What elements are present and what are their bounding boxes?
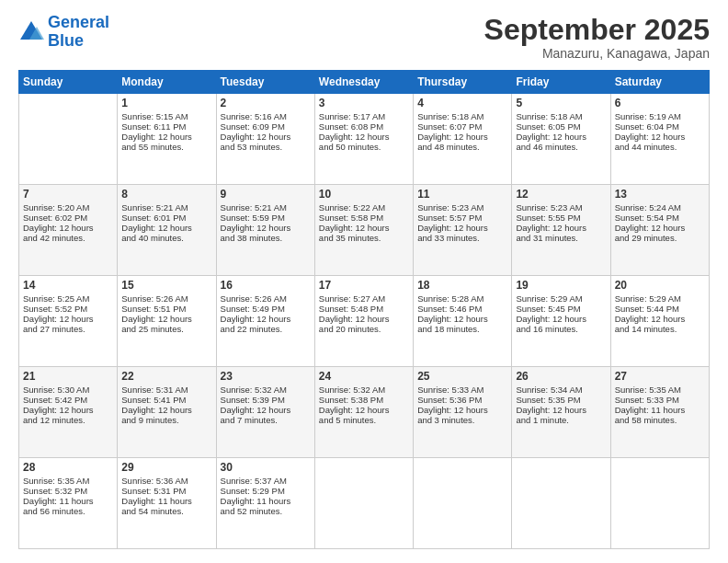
calendar-cell: 9Sunrise: 5:21 AMSunset: 5:59 PMDaylight… (216, 185, 314, 276)
day-info: Sunset: 5:35 PM (516, 395, 606, 405)
calendar-week-1: 7Sunrise: 5:20 AMSunset: 6:02 PMDaylight… (19, 185, 710, 276)
day-info: Sunrise: 5:26 AM (221, 293, 311, 304)
day-info: Sunrise: 5:28 AM (417, 293, 507, 304)
calendar-table: SundayMondayTuesdayWednesdayThursdayFrid… (18, 70, 710, 549)
calendar-cell: 27Sunrise: 5:35 AMSunset: 5:33 PMDayligh… (610, 367, 709, 458)
calendar-cell: 2Sunrise: 5:16 AMSunset: 6:09 PMDaylight… (216, 94, 314, 185)
day-info: Sunset: 5:49 PM (221, 304, 311, 314)
day-number: 13 (615, 188, 705, 201)
calendar-cell: 28Sunrise: 5:35 AMSunset: 5:32 PMDayligh… (19, 458, 118, 549)
day-info: Daylight: 12 hours (23, 405, 113, 415)
calendar-header-tuesday: Tuesday (216, 71, 314, 94)
day-info: Daylight: 11 hours (121, 496, 211, 506)
day-info: Sunrise: 5:18 AM (417, 111, 507, 121)
day-info: Sunrise: 5:17 AM (319, 111, 409, 121)
day-info: Daylight: 12 hours (319, 223, 409, 233)
logo-text: General Blue (48, 14, 109, 51)
day-number: 27 (615, 370, 705, 383)
day-number: 20 (615, 279, 705, 292)
day-info: Sunset: 5:38 PM (319, 395, 409, 405)
calendar-cell (512, 458, 610, 549)
day-number: 28 (23, 461, 113, 474)
calendar-cell: 8Sunrise: 5:21 AMSunset: 6:01 PMDaylight… (118, 185, 216, 276)
day-info: and 50 minutes. (319, 142, 409, 152)
calendar-cell: 25Sunrise: 5:33 AMSunset: 5:36 PMDayligh… (414, 367, 512, 458)
day-info: and 16 minutes. (516, 324, 606, 334)
day-info: Daylight: 11 hours (221, 496, 311, 506)
day-info: and 12 minutes. (23, 415, 113, 425)
day-info: Sunrise: 5:35 AM (615, 385, 705, 395)
day-number: 17 (319, 279, 409, 292)
day-number: 19 (516, 279, 606, 292)
day-info: Sunrise: 5:37 AM (221, 476, 311, 486)
day-info: and 44 minutes. (615, 142, 705, 152)
day-number: 7 (23, 188, 113, 201)
calendar-header-row: SundayMondayTuesdayWednesdayThursdayFrid… (19, 71, 710, 94)
day-info: Sunrise: 5:33 AM (417, 385, 507, 395)
day-number: 4 (417, 97, 507, 109)
day-info: Sunset: 6:07 PM (417, 121, 507, 132)
day-info: Sunrise: 5:21 AM (121, 202, 211, 213)
day-info: and 22 minutes. (221, 324, 311, 334)
day-number: 11 (417, 188, 507, 201)
day-info: Sunrise: 5:31 AM (121, 385, 211, 395)
day-info: Daylight: 12 hours (121, 405, 211, 415)
day-info: Sunrise: 5:32 AM (319, 385, 409, 395)
calendar-cell: 21Sunrise: 5:30 AMSunset: 5:42 PMDayligh… (19, 367, 118, 458)
day-info: Sunset: 5:59 PM (221, 213, 311, 223)
day-info: Daylight: 12 hours (221, 314, 311, 324)
day-info: Sunset: 5:31 PM (121, 486, 211, 496)
day-info: Sunrise: 5:20 AM (23, 202, 113, 213)
calendar-cell: 30Sunrise: 5:37 AMSunset: 5:29 PMDayligh… (216, 458, 314, 549)
day-info: Daylight: 12 hours (615, 223, 705, 233)
day-info: Sunset: 5:48 PM (319, 304, 409, 314)
month-title: September 2025 (484, 14, 710, 46)
day-info: and 29 minutes. (615, 233, 705, 243)
day-info: Sunrise: 5:32 AM (221, 385, 311, 395)
day-info: and 52 minutes. (221, 506, 311, 516)
day-info: Sunset: 6:09 PM (221, 121, 311, 132)
calendar-cell (314, 458, 413, 549)
day-info: Sunrise: 5:24 AM (615, 202, 705, 213)
calendar-header-sunday: Sunday (19, 71, 118, 94)
day-number: 15 (121, 279, 211, 292)
day-info: Sunset: 5:39 PM (221, 395, 311, 405)
calendar-cell: 11Sunrise: 5:23 AMSunset: 5:57 PMDayligh… (414, 185, 512, 276)
day-info: and 27 minutes. (23, 324, 113, 334)
day-info: and 20 minutes. (319, 324, 409, 334)
day-number: 25 (417, 370, 507, 383)
day-info: and 58 minutes. (615, 415, 705, 425)
day-info: Sunset: 5:33 PM (615, 395, 705, 405)
calendar-cell: 1Sunrise: 5:15 AMSunset: 6:11 PMDaylight… (118, 94, 216, 185)
calendar-cell: 6Sunrise: 5:19 AMSunset: 6:04 PMDaylight… (610, 94, 709, 185)
day-info: and 38 minutes. (221, 233, 311, 243)
calendar-header-thursday: Thursday (414, 71, 512, 94)
day-number: 23 (221, 370, 311, 383)
day-info: Sunset: 5:57 PM (417, 213, 507, 223)
title-block: September 2025 Manazuru, Kanagawa, Japan (484, 14, 710, 61)
day-info: Sunrise: 5:29 AM (615, 293, 705, 304)
day-number: 2 (221, 97, 311, 109)
day-info: Daylight: 12 hours (121, 223, 211, 233)
day-info: Sunrise: 5:22 AM (319, 202, 409, 213)
day-number: 26 (516, 370, 606, 383)
day-info: Sunset: 5:52 PM (23, 304, 113, 314)
calendar-week-3: 21Sunrise: 5:30 AMSunset: 5:42 PMDayligh… (19, 367, 710, 458)
calendar-cell: 5Sunrise: 5:18 AMSunset: 6:05 PMDaylight… (512, 94, 610, 185)
day-info: and 55 minutes. (121, 142, 211, 152)
day-info: Sunrise: 5:19 AM (615, 111, 705, 121)
calendar-cell: 17Sunrise: 5:27 AMSunset: 5:48 PMDayligh… (314, 276, 413, 367)
day-info: Sunrise: 5:25 AM (23, 293, 113, 304)
calendar-header-saturday: Saturday (610, 71, 709, 94)
day-number: 18 (417, 279, 507, 292)
day-info: Sunrise: 5:26 AM (121, 293, 211, 304)
calendar-cell: 22Sunrise: 5:31 AMSunset: 5:41 PMDayligh… (118, 367, 216, 458)
day-info: Sunrise: 5:34 AM (516, 385, 606, 395)
day-number: 6 (615, 97, 705, 109)
day-info: Daylight: 12 hours (221, 223, 311, 233)
day-info: and 1 minute. (516, 415, 606, 425)
day-number: 12 (516, 188, 606, 201)
day-info: and 18 minutes. (417, 324, 507, 334)
day-info: and 5 minutes. (319, 415, 409, 425)
header: General Blue September 2025 Manazuru, Ka… (18, 14, 710, 61)
